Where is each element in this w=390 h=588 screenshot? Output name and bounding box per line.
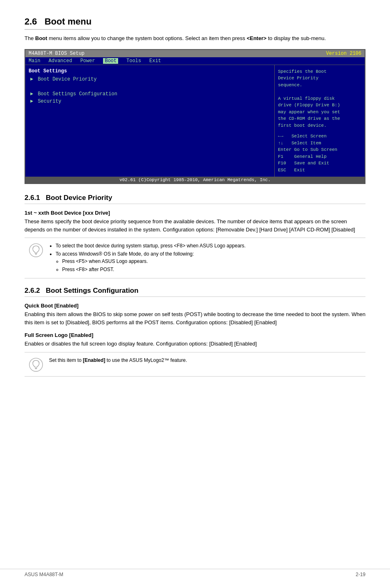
- bios-menu-main: Main: [29, 58, 40, 64]
- note-box-262: Set this item to [Enabled] to use the AS…: [25, 352, 365, 377]
- note-text-261: To select the boot device during system …: [49, 242, 246, 274]
- bios-menu-advanced: Advanced: [49, 58, 72, 64]
- bios-section-header: Boot Settings: [29, 68, 271, 74]
- bios-topbar: M4A88T-M BIOS Setup Version 2106: [25, 50, 365, 57]
- quick-boot-title: Quick Boot [Enabled]: [25, 303, 365, 309]
- bios-item-boot-settings-config: ► Boot Settings Configuration: [29, 91, 271, 97]
- bios-footer: v02.61 (C)Copyright 1985-2010, American …: [25, 177, 365, 183]
- bios-right-text: Specifies the BootDevice Prioritysequenc…: [278, 68, 361, 129]
- bios-menu-tools: Tools: [126, 58, 141, 64]
- full-screen-logo-title: Full Screen Logo [Enabled]: [25, 332, 365, 338]
- note-text-262: Set this item to [Enabled] to use the AS…: [49, 357, 187, 364]
- note-icon-261: [28, 242, 44, 258]
- page-footer: ASUS M4A88T-M 2-19: [0, 569, 390, 580]
- bios-screenshot: M4A88T-M BIOS Setup Version 2106 Main Ad…: [25, 49, 365, 184]
- bios-menu-power: Power: [80, 58, 95, 64]
- bios-content-area: Boot Settings ► Boot Device Priority ► B…: [25, 65, 365, 177]
- section-title: 2.6 Boot menu: [25, 16, 92, 30]
- bios-right-panel: Specifies the BootDevice Prioritysequenc…: [275, 65, 365, 177]
- sub-subsection-boot-device-title: 1st ~ xxth Boot Device [xxx Drive]: [25, 210, 365, 216]
- bios-menubar: Main Advanced Power Boot Tools Exit: [25, 57, 365, 65]
- bios-menu-boot: Boot: [103, 58, 118, 64]
- bios-version: Version 2106: [326, 51, 361, 56]
- bios-item-boot-device-priority: ► Boot Device Priority: [29, 76, 271, 82]
- footer-right: 2-19: [356, 572, 365, 577]
- section-heading: 2.6 Boot menu: [25, 16, 365, 27]
- bios-keys: ←→ Select Screen ↑↓ Select Item Enter Go…: [278, 133, 361, 173]
- bios-menu-exit: Exit: [149, 58, 161, 64]
- note-icon-262: [28, 357, 44, 372]
- note-box-261: To select the boot device during system …: [25, 238, 365, 278]
- full-screen-logo-body: Enables or disables the full screen logo…: [25, 340, 365, 348]
- bios-title: M4A88T-M BIOS Setup: [29, 51, 85, 56]
- subsection-262-title: 2.6.2 Boot Settings Configuration: [25, 287, 365, 297]
- bios-left-panel: Boot Settings ► Boot Device Priority ► B…: [25, 65, 275, 177]
- subsection-261-title: 2.6.1 Boot Device Priority: [25, 194, 365, 204]
- footer-left: ASUS M4A88T-M: [25, 572, 63, 577]
- boot-device-body: These items specify the boot device prio…: [25, 218, 365, 233]
- quick-boot-body: Enabling this item allows the BIOS to sk…: [25, 310, 365, 326]
- bios-item-security: ► Security: [29, 99, 271, 104]
- section-intro: The Boot menu items allow you to change …: [25, 34, 365, 43]
